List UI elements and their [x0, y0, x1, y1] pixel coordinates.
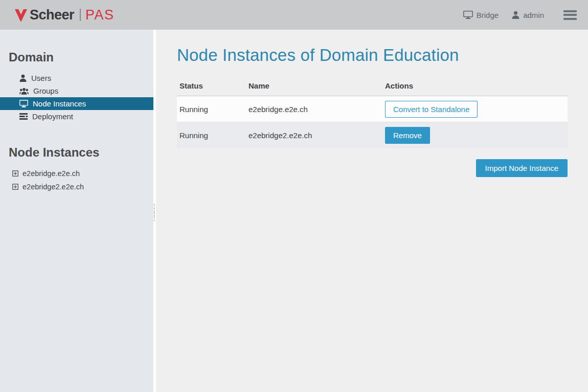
- sidebar-item-groups[interactable]: Groups: [0, 84, 153, 97]
- logo-separator: [80, 9, 81, 21]
- sidebar-domain-heading: Domain: [9, 50, 153, 64]
- sidebar-splitter: [153, 30, 156, 392]
- sidebar-item-label: Deployment: [32, 112, 73, 121]
- page-title: Node Instances of Domain Education: [177, 46, 568, 65]
- product-name: PAS: [85, 7, 115, 23]
- bridge-menu[interactable]: Bridge: [463, 11, 499, 19]
- convert-to-standalone-button[interactable]: Convert to Standalone: [385, 101, 478, 118]
- tree-item-e2ebridge[interactable]: e2ebridge.e2e.ch: [0, 167, 153, 180]
- main-content: Node Instances of Domain Education Statu…: [156, 30, 588, 392]
- sidebar-item-label: Groups: [33, 86, 58, 95]
- sidebar-node-instances-heading: Node Instances: [9, 145, 153, 160]
- sidebar: Domain Users Groups: [0, 30, 153, 392]
- tree-item-e2ebridge2[interactable]: e2ebridge2.e2e.ch: [0, 180, 153, 193]
- status-cell: Running: [179, 131, 248, 140]
- splitter-drag-handle[interactable]: [153, 204, 156, 222]
- import-button-row: Import Node Instance: [177, 159, 568, 177]
- sidebar-item-label: Node Instances: [33, 99, 86, 108]
- column-header-name: Name: [248, 81, 385, 90]
- tree-item-label: e2ebridge2.e2e.ch: [22, 183, 84, 191]
- users-group-icon: [19, 88, 29, 95]
- sidebar-item-deployment[interactable]: Deployment: [0, 110, 153, 123]
- node-instances-table: Status Name Actions Running e2ebridge.e2…: [177, 76, 568, 148]
- column-header-status: Status: [179, 81, 248, 90]
- expand-plus-icon[interactable]: [12, 170, 18, 177]
- monitor-icon: [463, 11, 473, 19]
- brand-name: Scheer: [30, 7, 74, 23]
- page-body: Domain Users Groups: [0, 30, 588, 392]
- sidebar-item-node-instances[interactable]: Node Instances: [0, 97, 153, 110]
- bridge-label: Bridge: [477, 11, 499, 19]
- header-right-group: Bridge admin: [450, 6, 578, 24]
- name-cell: e2ebridge.e2e.ch: [248, 105, 385, 114]
- sidebar-item-label: Users: [31, 74, 51, 82]
- status-cell: Running: [179, 105, 248, 114]
- scheer-pas-logo[interactable]: Scheer PAS: [14, 7, 115, 23]
- import-node-instance-button[interactable]: Import Node Instance: [476, 159, 568, 177]
- tree-item-label: e2ebridge.e2e.ch: [22, 169, 80, 178]
- table-row: Running e2ebridge.e2e.ch Convert to Stan…: [177, 96, 568, 122]
- expand-plus-icon[interactable]: [12, 184, 18, 190]
- name-cell: e2ebridge2.e2e.ch: [248, 131, 385, 140]
- user-menu[interactable]: admin: [512, 11, 544, 19]
- user-label: admin: [523, 11, 544, 19]
- column-header-actions: Actions: [385, 81, 565, 90]
- hamburger-menu-icon[interactable]: [562, 6, 578, 24]
- scheer-brand-icon: [14, 8, 28, 22]
- user-icon: [512, 11, 519, 19]
- user-icon: [19, 74, 27, 82]
- table-row: Running e2ebridge2.e2e.ch Remove: [177, 122, 568, 148]
- sidebar-item-users[interactable]: Users: [0, 72, 153, 84]
- top-header: Scheer PAS Bridge admin: [0, 0, 588, 30]
- monitor-icon: [19, 100, 28, 107]
- table-header-row: Status Name Actions: [177, 76, 568, 96]
- remove-button[interactable]: Remove: [385, 127, 430, 144]
- tasks-icon: [19, 113, 28, 120]
